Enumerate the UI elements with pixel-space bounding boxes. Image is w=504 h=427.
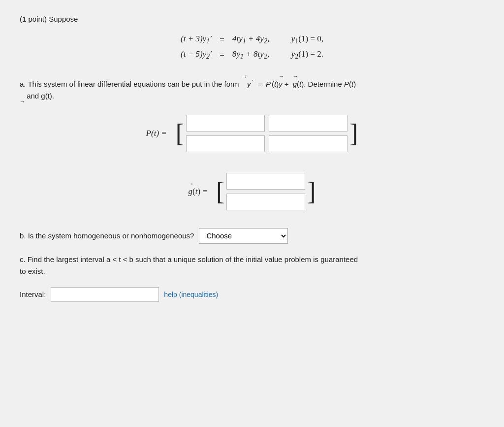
gt-input-2[interactable]: [226, 194, 305, 210]
part-a-label2: and g(t).: [23, 92, 54, 100]
interval-input[interactable]: [51, 287, 159, 302]
left-bracket: [: [176, 112, 184, 155]
interval-row: Interval: help (inequalities): [20, 287, 484, 302]
eq2-rhs: 8y1 + 8ty2,: [229, 47, 272, 63]
part-c-section: c. Find the largest interval a < t < b s…: [20, 254, 484, 277]
eq2-lhs: (t − 5)y2′: [178, 47, 215, 63]
pt-input-22[interactable]: [269, 135, 347, 152]
eq1-equals: =: [215, 32, 229, 47]
gt-label: → g (t) =: [188, 187, 207, 197]
problem-header: (1 point) Suppose: [20, 15, 484, 23]
pt-matrix-label: P(t) =: [146, 129, 167, 138]
part-c-label: c. Find the largest interval a < t < b s…: [20, 255, 358, 263]
equation-table: (t + 3)y1′ = 4ty1 + 4y2, y1(1) = 0, (t −…: [178, 32, 326, 63]
part-a-label: a. This system of linear differential eq…: [20, 78, 484, 102]
eq1-rhs: 4ty1 + 4y2,: [229, 32, 272, 47]
vec-y-prime: → ′ y ′: [242, 78, 253, 90]
eq1-ic: y1(1) = 0,: [272, 32, 326, 47]
homogeneous-select[interactable]: Choose homogeneous nonhomogeneous: [199, 228, 288, 244]
pt-matrix-bracket: [ ]: [176, 112, 358, 155]
gt-vector-bracket: [ ]: [216, 170, 316, 213]
pt-input-12[interactable]: [269, 115, 347, 131]
right-bracket: ]: [349, 112, 358, 155]
pt-input-21[interactable]: [186, 135, 265, 152]
gt-left-bracket: [: [216, 170, 224, 213]
header-label: (1 point) Suppose: [20, 15, 78, 23]
part-c-label2: to exist.: [20, 267, 45, 275]
gt-vector-section: → g (t) = [ ]: [20, 170, 484, 213]
interval-label: Interval:: [20, 290, 46, 298]
gt-right-bracket: ]: [307, 170, 315, 213]
help-link[interactable]: help (inequalities): [164, 291, 218, 298]
pt-input-11[interactable]: [186, 115, 265, 131]
pt-matrix-grid: [184, 112, 349, 155]
eq1-lhs: (t + 3)y1′: [178, 32, 215, 47]
equation-block: (t + 3)y1′ = 4ty1 + 4y2, y1(1) = 0, (t −…: [20, 32, 484, 63]
part-b-label: b. Is the system homogeneous or nonhomog…: [20, 231, 194, 240]
part-b-section: b. Is the system homogeneous or nonhomog…: [20, 228, 484, 244]
eq2-ic: y2(1) = 2.: [272, 47, 326, 63]
pt-matrix-section: P(t) = [ ]: [20, 112, 484, 155]
eq2-equals: =: [215, 47, 229, 63]
gt-vector-grid: [224, 170, 307, 213]
gt-input-1[interactable]: [226, 173, 305, 190]
part-a-text: a. This system of linear differential eq…: [20, 80, 239, 88]
